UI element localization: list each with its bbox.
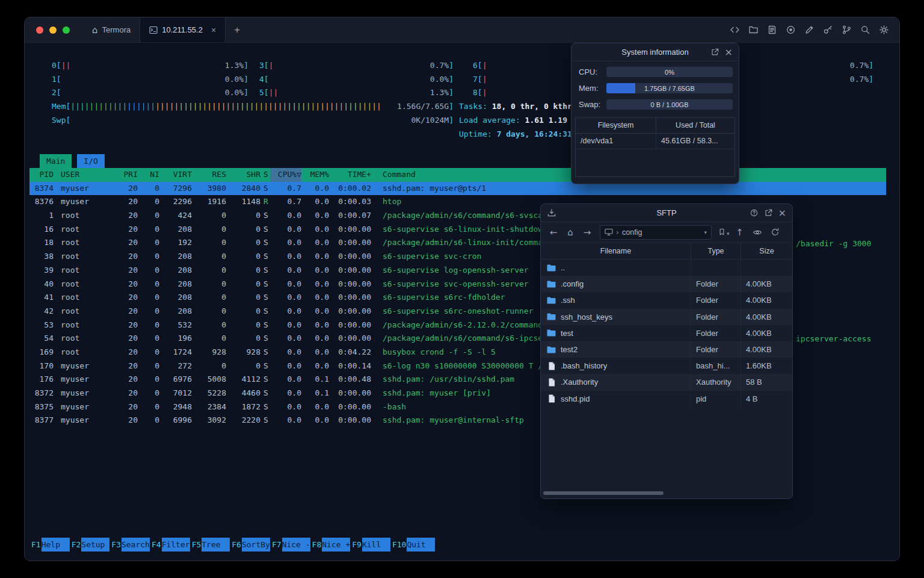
- file-name: ssh_host_keys: [561, 312, 612, 322]
- sftp-horizontal-scrollbar[interactable]: [543, 491, 664, 495]
- sftp-titlebar: SFTP ×: [541, 204, 792, 222]
- sftp-row-test2[interactable]: test2Folder4.00KB: [541, 341, 792, 358]
- record-icon[interactable]: [783, 23, 798, 37]
- file-icon: [547, 378, 556, 387]
- sysinfo-titlebar: System information ×: [571, 43, 739, 61]
- close-window-button[interactable]: [36, 26, 43, 34]
- sftp-row-sshd.pid[interactable]: sshd.pidpid4 B: [541, 391, 792, 407]
- file-size: 1.60KB: [741, 358, 792, 374]
- cpu-progress-text: 0%: [606, 67, 733, 77]
- folder-icon[interactable]: [746, 23, 760, 37]
- back-icon[interactable]: ←: [547, 227, 560, 238]
- file-icon: [547, 394, 556, 403]
- traffic-lights: [25, 17, 83, 42]
- sysinfo-title: System information: [621, 48, 688, 57]
- file-name: .Xauthority: [561, 378, 598, 387]
- file-name: sshd.pid: [561, 394, 590, 403]
- sysinfo-close-icon[interactable]: ×: [725, 48, 733, 57]
- settings-icon[interactable]: [876, 23, 891, 37]
- file-type: Folder: [691, 292, 741, 308]
- folder-icon: [547, 264, 556, 272]
- fnkey-f10[interactable]: F10Quit: [390, 538, 435, 552]
- filesystem-row[interactable]: /dev/vda1 45.61GB / 58.3...: [576, 134, 735, 149]
- sftp-row-ssh_host_keys[interactable]: ssh_host_keysFolder4.00KB: [541, 309, 792, 325]
- zoom-window-button[interactable]: [63, 26, 70, 34]
- fnkey-f8[interactable]: F8Nice +: [310, 538, 351, 552]
- column-type[interactable]: Type: [691, 243, 741, 259]
- fnkey-f3[interactable]: F3Search: [109, 538, 150, 552]
- swap-progress-text: 0 B / 1.00GB: [606, 99, 733, 110]
- session-tab-label: 10.211.55.2: [162, 25, 203, 34]
- file-size: 4.00KB: [741, 341, 792, 358]
- file-type: [691, 259, 741, 276]
- minimize-window-button[interactable]: [49, 26, 57, 34]
- file-type: bash_hi...: [691, 358, 741, 374]
- sftp-row-.config[interactable]: .configFolder4.00KB: [541, 276, 792, 292]
- folder-icon: [547, 297, 556, 304]
- path-segment-config[interactable]: config: [622, 228, 642, 237]
- fnkey-f6[interactable]: F6SortBy: [230, 538, 270, 552]
- sysinfo-open-in-window-icon[interactable]: [710, 48, 719, 57]
- search-icon[interactable]: [858, 23, 872, 37]
- help-icon[interactable]: [750, 208, 759, 217]
- pencil-icon[interactable]: [802, 23, 816, 37]
- file-type: Folder: [691, 325, 741, 341]
- path-breadcrumb[interactable]: › config ▾: [600, 225, 712, 240]
- parent-directory-icon[interactable]: ↑: [733, 227, 747, 238]
- forward-icon[interactable]: →: [581, 227, 594, 238]
- file-name: test2: [561, 345, 578, 354]
- home-directory-icon[interactable]: ⌂: [564, 227, 577, 238]
- documents-icon[interactable]: [765, 23, 779, 37]
- key-icon[interactable]: [821, 23, 835, 37]
- fnkey-f1[interactable]: F1Help: [29, 538, 70, 552]
- file-name: test: [561, 329, 573, 338]
- close-tab-icon[interactable]: ×: [211, 25, 216, 35]
- fs-usage: 45.61GB / 58.3...: [656, 134, 735, 149]
- fnkey-f5[interactable]: F5Tree: [190, 538, 230, 552]
- tab-termora-home[interactable]: ⌂ Termora: [83, 17, 140, 42]
- sftp-row-.Xauthority[interactable]: .XauthorityXauthority58 B: [541, 374, 792, 390]
- tab-session-10-211-55-2[interactable]: 10.211.55.2 ×: [140, 17, 226, 42]
- sftp-row-test[interactable]: testFolder4.00KB: [541, 325, 792, 341]
- sftp-toolbar: ← ⌂ → › config ▾ ▾ ↑: [541, 222, 792, 243]
- sftp-open-in-window-icon[interactable]: [764, 208, 773, 217]
- show-hidden-files-icon[interactable]: [750, 228, 765, 237]
- sftp-row-.bash_history[interactable]: .bash_historybash_hi...1.60KB: [541, 358, 792, 374]
- file-size: 4.00KB: [741, 276, 792, 292]
- code-icon[interactable]: [727, 23, 742, 37]
- column-filename[interactable]: Filename: [541, 243, 691, 259]
- fnkey-f7[interactable]: F7Nice -: [270, 538, 310, 552]
- refresh-icon[interactable]: [768, 228, 783, 237]
- branch-icon[interactable]: [839, 23, 854, 37]
- mem-progress-text: 1.75GB / 7.65GB: [606, 83, 733, 93]
- bookmarks-dropdown-icon: ▾: [727, 231, 730, 237]
- sftp-close-icon[interactable]: ×: [778, 208, 786, 218]
- breadcrumb-separator: ›: [616, 228, 619, 237]
- fnkey-f4[interactable]: F4Filter: [150, 538, 190, 552]
- mem-progress-bar: 1.75GB / 7.65GB: [606, 83, 733, 93]
- fs-name: /dev/vda1: [576, 134, 656, 149]
- fnkey-f9[interactable]: F9Kill: [350, 538, 390, 552]
- file-type: Xauthority: [691, 374, 741, 390]
- sftp-row-.ssh[interactable]: .sshFolder4.00KB: [541, 292, 792, 308]
- home-icon: ⌂: [92, 25, 98, 36]
- fnkey-f2[interactable]: F2Setup: [70, 538, 110, 552]
- column-size[interactable]: Size: [741, 243, 792, 259]
- file-size: 58 B: [741, 374, 792, 390]
- sftp-table-header: Filename Type Size: [541, 243, 792, 259]
- titlebar: ⌂ Termora 10.211.55.2 × +: [25, 17, 899, 43]
- bookmarks-button[interactable]: ▾: [718, 228, 730, 237]
- folder-icon: [547, 313, 556, 320]
- file-type: Folder: [691, 309, 741, 325]
- file-name: .bash_history: [561, 361, 607, 370]
- new-tab-button[interactable]: +: [226, 17, 248, 42]
- mem-label: Mem:: [579, 84, 606, 93]
- folder-icon: [547, 346, 556, 353]
- path-dropdown-icon[interactable]: ▾: [704, 229, 707, 235]
- swap-usage-row: Swap: 0 B / 1.00GB: [579, 99, 733, 110]
- terminal-icon: [149, 26, 158, 34]
- cpu-label: CPU:: [579, 67, 606, 76]
- transfers-download-icon[interactable]: [547, 208, 556, 218]
- sftp-row-..[interactable]: ..: [541, 259, 792, 276]
- termora-window: ⌂ Termora 10.211.55.2 × + 0[||1.3%]1[0.0…: [24, 17, 900, 561]
